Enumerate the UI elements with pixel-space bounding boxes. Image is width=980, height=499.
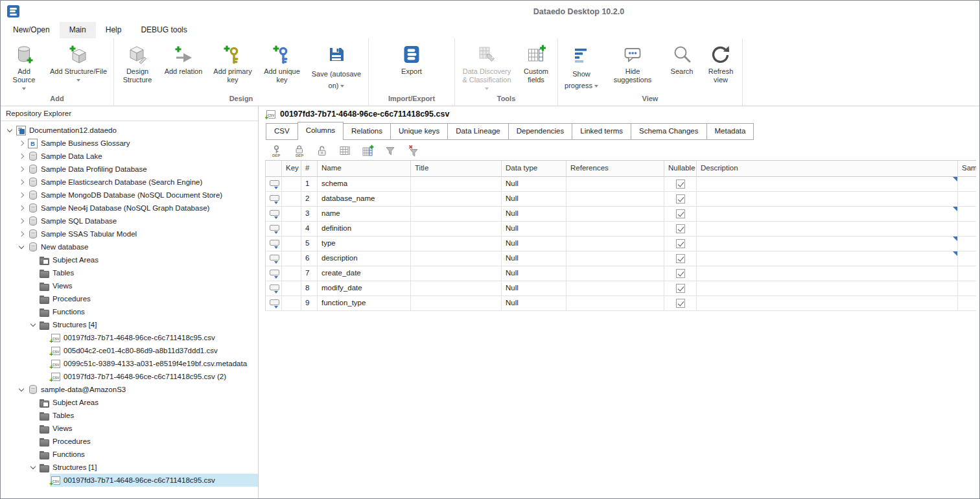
cell-description[interactable]	[697, 177, 958, 192]
cell-sample[interactable]	[958, 222, 976, 237]
cell-description[interactable]	[697, 192, 958, 207]
cell-sample[interactable]	[958, 296, 976, 311]
cell-sample[interactable]	[958, 251, 976, 266]
tree-item-data-profiling[interactable]: Sample Data Profiling Database	[1, 163, 258, 176]
add-primary-key-button[interactable]: Add primary key	[208, 40, 257, 94]
tree-item-business-glossary[interactable]: Sample Business Glossary	[1, 137, 258, 150]
table-row[interactable]: 5 type Null	[266, 237, 976, 251]
cell-title[interactable]	[411, 281, 502, 296]
col-header-data-type[interactable]: Data type	[502, 161, 566, 177]
cell-title[interactable]	[411, 222, 502, 237]
cell-data-type[interactable]: Null	[502, 237, 566, 251]
tree-item-sample-data-s3[interactable]: sample-data@AmazonS3	[1, 383, 258, 396]
cell-name[interactable]: function_type	[318, 296, 411, 311]
filter-icon[interactable]	[384, 145, 397, 157]
cell-data-type[interactable]: Null	[502, 251, 566, 266]
table-row[interactable]: 8 modify_date Null	[266, 281, 976, 296]
table-row[interactable]: 4 definition Null	[266, 222, 976, 237]
chevron-down-icon[interactable]	[18, 242, 27, 251]
tab-schema-changes[interactable]: Schema Changes	[631, 123, 706, 140]
tree-item-functions[interactable]: Functions	[1, 305, 258, 318]
tree-item-data-lake[interactable]: Sample Data Lake	[1, 150, 258, 163]
cell-references[interactable]	[566, 281, 664, 296]
cell-key[interactable]	[282, 296, 301, 311]
cell-references[interactable]	[566, 222, 664, 237]
table-row[interactable]: 2 database_name Null	[266, 192, 976, 207]
nullable-checkbox[interactable]	[676, 239, 685, 248]
cell-name[interactable]: definition	[318, 222, 411, 237]
nullable-checkbox[interactable]	[676, 284, 685, 293]
col-header-sample[interactable]: Sample	[958, 161, 976, 177]
tab-relations[interactable]: Relations	[343, 123, 391, 140]
col-header-references[interactable]: References	[566, 161, 664, 177]
tree-item-structures-1[interactable]: Structures [1]	[1, 461, 258, 474]
tree-item-csv-selected[interactable]: 00197fd3-7b71-4648-96ce-c6c711418c95.csv	[1, 474, 258, 487]
chevron-right-icon[interactable]	[18, 191, 27, 200]
chevron-down-icon[interactable]	[29, 320, 38, 329]
cell-name[interactable]: type	[318, 237, 411, 251]
cell-description[interactable]	[697, 207, 958, 222]
cell-title[interactable]	[411, 177, 502, 192]
data-discovery-button[interactable]: Data Discovery & Classification	[457, 40, 517, 94]
cell-sample[interactable]	[958, 177, 976, 192]
nullable-checkbox[interactable]	[676, 254, 685, 263]
cell-data-type[interactable]: Null	[502, 266, 566, 281]
col-header-key[interactable]: Key	[282, 161, 301, 177]
cell-description[interactable]	[697, 222, 958, 237]
chevron-down-icon[interactable]	[6, 126, 15, 135]
tree-item-csv-1[interactable]: 00197fd3-7b71-4648-96ce-c6c711418c95.csv	[1, 331, 258, 344]
cell-description[interactable]	[697, 266, 958, 281]
chevron-down-icon[interactable]	[29, 463, 38, 472]
cell-key[interactable]	[282, 281, 301, 296]
cell-references[interactable]	[566, 192, 664, 207]
menu-tab-debug-tools[interactable]: DEBUG tools	[131, 22, 196, 38]
chevron-right-icon[interactable]	[18, 203, 27, 213]
table-row[interactable]: 7 create_date Null	[266, 266, 976, 281]
tree-item-new-database[interactable]: New database	[1, 240, 258, 253]
cell-data-type[interactable]: Null	[502, 207, 566, 222]
nullable-checkbox[interactable]	[676, 180, 685, 189]
col-header-description[interactable]: Description	[697, 161, 958, 177]
cell-data-type[interactable]: Null	[502, 222, 566, 237]
cell-title[interactable]	[411, 251, 502, 266]
nullable-checkbox[interactable]	[676, 224, 685, 233]
cell-references[interactable]	[566, 237, 664, 251]
tab-linked-terms[interactable]: Linked terms	[572, 123, 631, 140]
chevron-right-icon[interactable]	[18, 165, 27, 174]
tree-item-functions-2[interactable]: Functions	[1, 448, 258, 461]
tab-dependencies[interactable]: Dependencies	[508, 123, 573, 140]
tree-item-csv-metadata[interactable]: 0099c51c-9389-4133-a031-e8519f4e19bf.csv…	[1, 357, 258, 370]
design-structure-button[interactable]: Design Structure	[116, 40, 159, 94]
hide-suggestions-button[interactable]: Hide suggestions	[603, 40, 662, 94]
cell-key[interactable]	[282, 177, 301, 192]
chevron-right-icon[interactable]	[18, 139, 27, 148]
export-button[interactable]: Export	[387, 40, 436, 94]
col-header-icon[interactable]	[266, 161, 282, 177]
cell-references[interactable]	[566, 251, 664, 266]
save-button[interactable]: Save (autosave on)	[307, 40, 366, 94]
tab-csv[interactable]: CSV	[266, 123, 298, 140]
col-header-name[interactable]: Name	[318, 161, 411, 177]
table-row[interactable]: 1 schema Null	[266, 177, 976, 192]
tree-item-sql-database[interactable]: Sample SQL Database	[1, 215, 258, 227]
cell-title[interactable]	[411, 266, 502, 281]
nullable-checkbox[interactable]	[676, 209, 685, 218]
tree-item-documentation[interactable]: Documentation12.dataedo	[1, 124, 258, 137]
chevron-right-icon[interactable]	[18, 229, 27, 238]
nullable-checkbox[interactable]	[676, 194, 685, 203]
add-relation-button[interactable]: Add relation	[159, 40, 208, 94]
cell-key[interactable]	[282, 251, 301, 266]
add-unique-key-button[interactable]: Add unique key	[257, 40, 307, 94]
nullable-checkbox[interactable]	[676, 299, 685, 308]
tree-item-views[interactable]: Views	[1, 279, 258, 292]
show-progress-button[interactable]: Show progress	[560, 40, 603, 94]
chevron-right-icon[interactable]	[18, 178, 27, 187]
cell-title[interactable]	[411, 237, 502, 251]
cell-description[interactable]	[697, 237, 958, 251]
tree-item-subject-areas-2[interactable]: Subject Areas	[1, 396, 258, 409]
table-row[interactable]: 3 name Null	[266, 207, 976, 222]
table-row[interactable]: 9 function_type Null	[266, 296, 976, 311]
cell-references[interactable]	[566, 266, 664, 281]
cell-sample[interactable]	[958, 237, 976, 251]
tree-item-views-2[interactable]: Views	[1, 422, 258, 435]
